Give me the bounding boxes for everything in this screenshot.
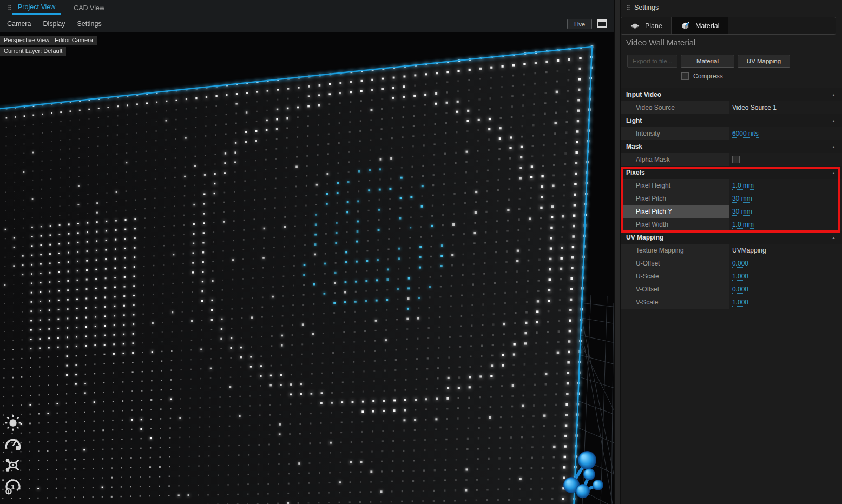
section-input-video[interactable]: Input Video ▲ [621, 88, 842, 101]
texture-mapping-value[interactable]: UVMapping [729, 247, 766, 254]
v-offset-value[interactable]: 0.000 [732, 286, 748, 294]
perspective-view-label: Perspective View - Editor Camera [0, 36, 97, 45]
row-pixel-pitch: Pixel Pitch 30 mm [621, 192, 842, 205]
application-window: Project View CAD View Camera Display Set… [0, 0, 842, 504]
pixel-height-label[interactable]: Pixel Height [621, 179, 729, 192]
section-uv-mapping-label: UV Mapping [626, 234, 663, 241]
v-offset-label[interactable]: V-Offset [621, 283, 729, 296]
collapse-arrow-icon[interactable]: ▲ [832, 93, 836, 97]
row-alpha-mask: Alpha Mask [621, 153, 842, 166]
texture-mapping-label[interactable]: Texture Mapping [621, 244, 729, 257]
tab-project-view[interactable]: Project View [12, 1, 61, 15]
row-u-offset: U-Offset 0.000 [621, 257, 842, 270]
menu-camera[interactable]: Camera [7, 20, 31, 28]
uv-mapping-button[interactable]: UV Mapping [738, 55, 790, 68]
pixel-width-label[interactable]: Pixel Width [621, 218, 729, 231]
video-source-value[interactable]: Video Source 1 [729, 104, 777, 111]
object-tabbar: Plane Material [621, 17, 836, 35]
settings-panel-header: Settings [621, 0, 842, 15]
viewport-menu: Camera Display Settings [0, 16, 102, 31]
video-source-label[interactable]: Video Source [621, 101, 729, 114]
u-offset-value[interactable]: 0.000 [732, 260, 748, 268]
u-offset-label[interactable]: U-Offset [621, 257, 729, 270]
row-u-scale: U-Scale 1.000 [621, 270, 842, 283]
row-pixel-height: Pixel Height 1.0 mm [621, 179, 842, 192]
drag-handle-icon[interactable] [627, 4, 630, 11]
viewport-3d: Project View CAD View Camera Display Set… [0, 0, 614, 504]
property-list: Input Video ▲ Video Source Video Source … [621, 88, 842, 309]
rotation-count-icon[interactable]: 1 [4, 478, 22, 495]
compress-checkbox[interactable] [681, 72, 689, 80]
pixel-pitch-value[interactable]: 30 mm [732, 195, 752, 203]
v-scale-value[interactable]: 1.000 [732, 299, 748, 307]
tab-plane-label: Plane [645, 22, 662, 30]
section-input-video-label: Input Video [626, 91, 661, 98]
row-texture-mapping: Texture Mapping UVMapping [621, 244, 842, 257]
menu-display[interactable]: Display [43, 20, 65, 28]
tab-material[interactable]: Material [672, 17, 728, 34]
panel-tab-settings[interactable]: Settings [634, 4, 659, 11]
alpha-mask-label[interactable]: Alpha Mask [621, 153, 729, 166]
pixel-pitch-label[interactable]: Pixel Pitch [621, 192, 729, 205]
row-video-source: Video Source Video Source 1 [621, 101, 842, 114]
material-title: Video Wall Material [626, 38, 695, 47]
row-pixel-pitch-y: Pixel Pitch Y 30 mm [621, 205, 842, 218]
compress-row: Compress [681, 72, 723, 80]
intensity-value[interactable]: 6000 nits [732, 130, 759, 138]
tab-material-label: Material [695, 22, 719, 30]
row-v-offset: V-Offset 0.000 [621, 283, 842, 296]
row-intensity: Intensity 6000 nits [621, 127, 842, 140]
section-pixels-label: Pixels [626, 169, 645, 176]
tab-plane[interactable]: Plane [621, 17, 672, 34]
settings-panel: Settings Plane Material [621, 0, 842, 504]
collapse-arrow-icon[interactable]: ▲ [832, 236, 836, 240]
u-scale-value[interactable]: 1.000 [732, 273, 748, 281]
live-button[interactable]: Live [567, 19, 592, 29]
tools-eye-icon[interactable] [4, 456, 22, 474]
plane-icon [630, 21, 640, 30]
collapse-arrow-icon[interactable]: ▲ [832, 119, 836, 123]
viewport-topbar: Project View CAD View Camera Display Set… [0, 0, 614, 32]
current-layer-label: Current Layer: Default [0, 47, 66, 56]
pixel-pitch-y-label[interactable]: Pixel Pitch Y [621, 205, 729, 218]
u-scale-label[interactable]: U-Scale [621, 270, 729, 283]
panel-splitter[interactable] [614, 0, 621, 504]
tab-cad-view[interactable]: CAD View [68, 2, 110, 14]
intensity-label[interactable]: Intensity [621, 127, 729, 140]
section-pixels[interactable]: Pixels ▲ [621, 166, 842, 179]
drag-handle-icon[interactable] [8, 4, 11, 11]
section-light-label: Light [626, 117, 642, 124]
gauge-icon[interactable] [4, 436, 22, 453]
collapse-arrow-icon[interactable]: ▲ [832, 171, 836, 175]
row-pixel-width: Pixel Width 1.0 mm [621, 218, 842, 231]
section-light[interactable]: Light ▲ [621, 114, 842, 127]
section-uv-mapping[interactable]: UV Mapping ▲ [621, 231, 842, 244]
material-brush-icon [680, 21, 690, 30]
fullscreen-icon[interactable] [597, 19, 607, 28]
v-scale-label[interactable]: V-Scale [621, 296, 729, 309]
svg-text:1: 1 [11, 483, 15, 491]
pixel-pitch-y-value[interactable]: 30 mm [732, 208, 752, 216]
alpha-mask-checkbox[interactable] [732, 156, 740, 163]
export-to-file-button[interactable]: Export to file... [627, 55, 677, 68]
viewport-3d-canvas[interactable] [0, 0, 614, 504]
node-tree-gizmo[interactable] [563, 450, 609, 500]
viewport-tabs: Project View CAD View [0, 0, 110, 15]
section-mask[interactable]: Mask ▲ [621, 140, 842, 153]
material-button[interactable]: Material [681, 55, 734, 68]
collapse-arrow-icon[interactable]: ▲ [832, 145, 836, 149]
section-mask-label: Mask [626, 143, 642, 150]
pixel-height-value[interactable]: 1.0 mm [732, 182, 754, 190]
compress-label: Compress [693, 72, 723, 80]
menu-settings[interactable]: Settings [77, 20, 101, 28]
pixel-width-value[interactable]: 1.0 mm [732, 221, 754, 229]
sun-icon[interactable] [4, 414, 22, 432]
row-v-scale: V-Scale 1.000 [621, 296, 842, 309]
